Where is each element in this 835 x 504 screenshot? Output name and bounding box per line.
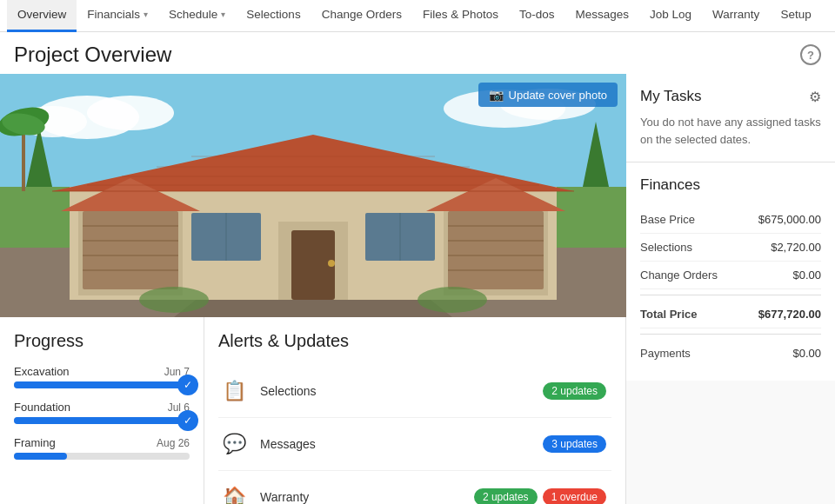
svg-rect-23 (291, 230, 335, 300)
warranty-icon-wrap: 🏠 (218, 481, 250, 504)
svg-point-40 (418, 287, 487, 313)
progress-item-excavation: Excavation Jun 7 ✓ (14, 365, 190, 388)
framing-progress-bar (14, 453, 190, 460)
finance-row-base-price: Base Price $675,000.00 (640, 206, 821, 234)
page-title: Project Overview (14, 43, 171, 67)
foundation-check: ✓ (177, 410, 198, 431)
page-header: Project Overview ? (0, 32, 835, 74)
excavation-fill (14, 381, 190, 388)
alert-messages: 💬 Messages 3 updates (218, 418, 611, 471)
right-column: My Tasks ⚙ You do not have any assigned … (626, 74, 835, 504)
finance-divider (640, 295, 821, 295)
payments-value: $0.00 (792, 347, 821, 360)
excavation-label: Excavation (14, 365, 70, 378)
alert-warranty: 🏠 Warranty 2 updates 1 overdue (218, 471, 611, 504)
framing-label: Framing (14, 436, 56, 449)
camera-icon: 📷 (489, 88, 504, 102)
base-price-label: Base Price (640, 213, 695, 226)
selections-badge: 2 updates (543, 382, 606, 400)
chevron-down-icon: ▾ (144, 10, 148, 19)
total-price-label: Total Price (640, 308, 698, 321)
progress-item-foundation: Foundation Jul 6 ✓ (14, 401, 190, 424)
alerts-panel: Alerts & Updates 📋 Selections 2 updates … (204, 317, 626, 504)
alert-selections: 📋 Selections 2 updates (218, 365, 611, 418)
left-column: 📷 Update cover photo Progress Excavation… (0, 74, 626, 504)
my-tasks-panel: My Tasks ⚙ You do not have any assigned … (626, 74, 835, 162)
nav-job-log[interactable]: Job Log (639, 0, 702, 32)
alerts-title: Alerts & Updates (218, 331, 611, 351)
nav-change-orders[interactable]: Change Orders (311, 0, 412, 32)
nav-overview[interactable]: Overview (7, 0, 77, 32)
finances-panel: Finances Base Price $675,000.00 Selectio… (626, 162, 835, 381)
nav-setup[interactable]: Setup (770, 0, 821, 32)
framing-fill (14, 453, 67, 460)
finance-row-payments: Payments $0.00 (640, 340, 821, 367)
chevron-down-icon: ▾ (221, 10, 225, 19)
progress-panel: Progress Excavation Jun 7 ✓ F (0, 317, 204, 504)
nav-schedule[interactable]: Schedule ▾ (158, 0, 236, 32)
progress-item-framing: Framing Aug 26 (14, 436, 190, 460)
svg-rect-41 (22, 126, 25, 191)
messages-icon-wrap: 💬 (218, 428, 250, 460)
my-tasks-title: My Tasks (640, 88, 702, 105)
finance-row-total: Total Price $677,720.00 (640, 301, 821, 328)
base-price-value: $675,000.00 (758, 213, 821, 226)
hero-image: 📷 Update cover photo (0, 74, 626, 317)
selections-label: Selections (260, 384, 543, 398)
excavation-progress-bar: ✓ (14, 381, 190, 388)
payments-label: Payments (640, 347, 691, 360)
warranty-badge-updates: 2 updates (474, 488, 538, 504)
page: Project Overview ? (0, 32, 835, 504)
foundation-progress-bar: ✓ (14, 417, 190, 424)
messages-badge: 3 updates (543, 435, 606, 453)
selections-icon-wrap: 📋 (218, 375, 250, 407)
finance-row-change-orders: Change Orders $0.00 (640, 262, 821, 289)
excavation-check: ✓ (177, 375, 198, 395)
svg-point-39 (139, 287, 209, 313)
selections-icon: 📋 (223, 380, 246, 402)
svg-rect-17 (448, 211, 544, 289)
warranty-label: Warranty (260, 490, 474, 504)
my-tasks-header: My Tasks ⚙ (640, 88, 821, 105)
nav-warranty[interactable]: Warranty (702, 0, 770, 32)
nav-messages[interactable]: Messages (565, 0, 640, 32)
lower-panels: Progress Excavation Jun 7 ✓ F (0, 317, 626, 504)
finance-row-selections: Selections $2,720.00 (640, 234, 821, 262)
update-cover-photo-button[interactable]: 📷 Update cover photo (478, 83, 618, 107)
foundation-fill (14, 417, 190, 424)
svg-rect-12 (83, 211, 178, 289)
progress-title: Progress (14, 331, 190, 351)
total-price-value: $677,720.00 (758, 308, 821, 321)
foundation-label: Foundation (14, 401, 70, 414)
nav-bar: Overview Financials ▾ Schedule ▾ Selecti… (0, 0, 835, 32)
svg-point-2 (87, 96, 174, 130)
finance-divider-2 (640, 334, 821, 335)
messages-label: Messages (260, 437, 543, 451)
tasks-empty-message: You do not have any assigned tasks on th… (640, 114, 821, 148)
warranty-badge-overdue: 1 overdue (543, 488, 606, 504)
finances-title: Finances (640, 176, 821, 194)
framing-date: Aug 26 (157, 437, 190, 449)
help-icon[interactable]: ? (800, 44, 821, 65)
nav-todos[interactable]: To-dos (509, 0, 565, 32)
tasks-gear-button[interactable]: ⚙ (809, 89, 821, 105)
nav-files-photos[interactable]: Files & Photos (412, 0, 509, 32)
change-orders-label: Change Orders (640, 269, 718, 282)
nav-selections[interactable]: Selections (236, 0, 311, 32)
content-area: 📷 Update cover photo Progress Excavation… (0, 74, 835, 504)
messages-icon: 💬 (223, 433, 246, 455)
selections-finance-value: $2,720.00 (771, 241, 821, 254)
change-orders-value: $0.00 (792, 269, 821, 282)
warranty-icon: 🏠 (223, 486, 246, 504)
selections-finance-label: Selections (640, 241, 692, 254)
svg-point-24 (328, 260, 335, 267)
nav-financials[interactable]: Financials ▾ (77, 0, 158, 32)
